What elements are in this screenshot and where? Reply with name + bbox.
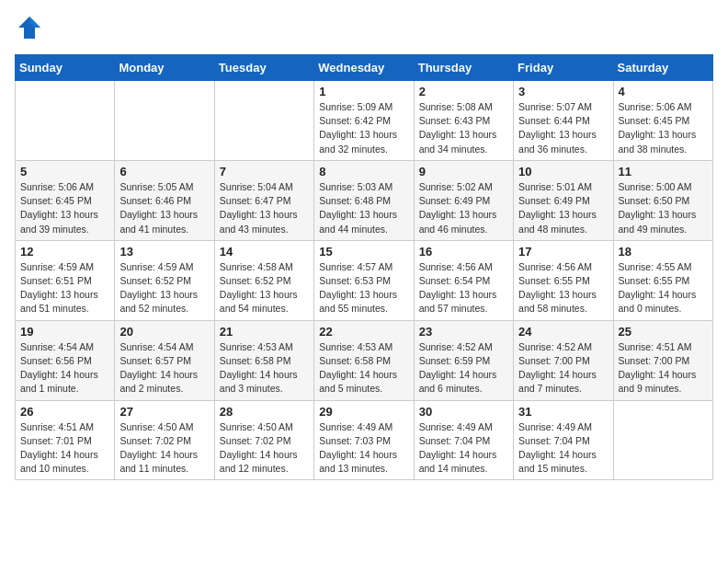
day-number: 20 — [119, 325, 209, 339]
logo — [15, 15, 42, 45]
weekday-header-monday: Monday — [115, 55, 214, 81]
calendar-day-19: 19Sunrise: 4:54 AM Sunset: 6:56 PM Dayli… — [16, 320, 115, 400]
empty-cell — [115, 81, 214, 161]
day-number: 19 — [20, 325, 109, 339]
day-info: Sunrise: 4:53 AM Sunset: 6:58 PM Dayligh… — [319, 340, 408, 396]
calendar-week-2: 5Sunrise: 5:06 AM Sunset: 6:45 PM Daylig… — [16, 160, 713, 240]
calendar-day-4: 4Sunrise: 5:06 AM Sunset: 6:45 PM Daylig… — [613, 81, 712, 161]
day-number: 15 — [319, 245, 408, 259]
day-info: Sunrise: 4:58 AM Sunset: 6:52 PM Dayligh… — [220, 260, 309, 316]
calendar-day-14: 14Sunrise: 4:58 AM Sunset: 6:52 PM Dayli… — [214, 240, 313, 320]
calendar-week-5: 26Sunrise: 4:51 AM Sunset: 7:01 PM Dayli… — [16, 400, 713, 480]
day-number: 23 — [419, 325, 508, 339]
calendar-day-11: 11Sunrise: 5:00 AM Sunset: 6:50 PM Dayli… — [613, 160, 712, 240]
day-number: 1 — [319, 85, 408, 98]
calendar-day-21: 21Sunrise: 4:53 AM Sunset: 6:58 PM Dayli… — [214, 320, 313, 400]
calendar-day-29: 29Sunrise: 4:49 AM Sunset: 7:03 PM Dayli… — [314, 400, 414, 480]
calendar-day-26: 26Sunrise: 4:51 AM Sunset: 7:01 PM Dayli… — [16, 400, 115, 480]
empty-cell — [16, 81, 115, 161]
logo-icon — [17, 15, 42, 40]
calendar-day-9: 9Sunrise: 5:02 AM Sunset: 6:49 PM Daylig… — [414, 160, 513, 240]
day-info: Sunrise: 4:49 AM Sunset: 7:04 PM Dayligh… — [518, 420, 608, 477]
day-info: Sunrise: 4:53 AM Sunset: 6:58 PM Dayligh… — [220, 340, 309, 396]
weekday-header-thursday: Thursday — [414, 55, 513, 81]
calendar-week-3: 12Sunrise: 4:59 AM Sunset: 6:51 PM Dayli… — [16, 240, 713, 320]
day-info: Sunrise: 5:08 AM Sunset: 6:43 PM Dayligh… — [419, 100, 508, 156]
calendar-day-5: 5Sunrise: 5:06 AM Sunset: 6:45 PM Daylig… — [16, 160, 115, 240]
day-info: Sunrise: 4:57 AM Sunset: 6:53 PM Dayligh… — [319, 260, 408, 316]
logo-text — [15, 15, 42, 45]
day-info: Sunrise: 4:54 AM Sunset: 6:57 PM Dayligh… — [119, 340, 209, 396]
day-info: Sunrise: 4:54 AM Sunset: 6:56 PM Dayligh… — [20, 340, 109, 396]
day-number: 5 — [20, 165, 109, 178]
day-info: Sunrise: 4:50 AM Sunset: 7:02 PM Dayligh… — [119, 420, 209, 477]
day-number: 27 — [119, 405, 209, 419]
day-info: Sunrise: 4:59 AM Sunset: 6:51 PM Dayligh… — [20, 260, 109, 316]
day-info: Sunrise: 5:01 AM Sunset: 6:49 PM Dayligh… — [518, 180, 608, 236]
weekday-header-wednesday: Wednesday — [314, 55, 414, 81]
calendar-day-2: 2Sunrise: 5:08 AM Sunset: 6:43 PM Daylig… — [414, 81, 513, 161]
day-number: 13 — [119, 245, 209, 259]
day-number: 24 — [518, 325, 608, 339]
calendar-day-18: 18Sunrise: 4:55 AM Sunset: 6:55 PM Dayli… — [613, 240, 712, 320]
weekday-header-tuesday: Tuesday — [214, 55, 313, 81]
day-number: 25 — [619, 325, 708, 339]
calendar-week-4: 19Sunrise: 4:54 AM Sunset: 6:56 PM Dayli… — [16, 320, 713, 400]
day-info: Sunrise: 4:51 AM Sunset: 7:01 PM Dayligh… — [20, 420, 109, 477]
day-info: Sunrise: 5:06 AM Sunset: 6:45 PM Dayligh… — [20, 180, 109, 236]
calendar-day-25: 25Sunrise: 4:51 AM Sunset: 7:00 PM Dayli… — [613, 320, 712, 400]
day-number: 6 — [119, 165, 209, 178]
day-number: 12 — [20, 245, 109, 259]
day-number: 31 — [518, 405, 608, 419]
day-info: Sunrise: 4:56 AM Sunset: 6:55 PM Dayligh… — [518, 260, 608, 316]
calendar-week-1: 1Sunrise: 5:09 AM Sunset: 6:42 PM Daylig… — [16, 81, 713, 161]
calendar-day-1: 1Sunrise: 5:09 AM Sunset: 6:42 PM Daylig… — [314, 81, 414, 161]
day-number: 29 — [319, 405, 408, 419]
day-number: 14 — [220, 245, 309, 259]
day-number: 2 — [419, 85, 508, 98]
day-number: 9 — [419, 165, 508, 178]
day-info: Sunrise: 4:55 AM Sunset: 6:55 PM Dayligh… — [619, 260, 708, 316]
day-info: Sunrise: 5:04 AM Sunset: 6:47 PM Dayligh… — [220, 180, 309, 236]
calendar-day-6: 6Sunrise: 5:05 AM Sunset: 6:46 PM Daylig… — [115, 160, 214, 240]
day-info: Sunrise: 4:59 AM Sunset: 6:52 PM Dayligh… — [119, 260, 209, 316]
calendar-day-28: 28Sunrise: 4:50 AM Sunset: 7:02 PM Dayli… — [214, 400, 313, 480]
day-number: 8 — [319, 165, 408, 178]
day-number: 11 — [619, 165, 708, 178]
day-info: Sunrise: 5:00 AM Sunset: 6:50 PM Dayligh… — [619, 180, 708, 236]
calendar-day-22: 22Sunrise: 4:53 AM Sunset: 6:58 PM Dayli… — [314, 320, 414, 400]
calendar-day-13: 13Sunrise: 4:59 AM Sunset: 6:52 PM Dayli… — [115, 240, 214, 320]
calendar-day-7: 7Sunrise: 5:04 AM Sunset: 6:47 PM Daylig… — [214, 160, 313, 240]
calendar-day-27: 27Sunrise: 4:50 AM Sunset: 7:02 PM Dayli… — [115, 400, 214, 480]
empty-cell — [214, 81, 313, 161]
calendar-day-3: 3Sunrise: 5:07 AM Sunset: 6:44 PM Daylig… — [514, 81, 613, 161]
day-number: 4 — [619, 85, 708, 98]
calendar-day-16: 16Sunrise: 4:56 AM Sunset: 6:54 PM Dayli… — [414, 240, 513, 320]
day-info: Sunrise: 5:07 AM Sunset: 6:44 PM Dayligh… — [518, 100, 608, 156]
day-info: Sunrise: 4:52 AM Sunset: 7:00 PM Dayligh… — [518, 340, 608, 396]
day-number: 3 — [518, 85, 608, 98]
calendar-day-15: 15Sunrise: 4:57 AM Sunset: 6:53 PM Dayli… — [314, 240, 414, 320]
day-info: Sunrise: 5:06 AM Sunset: 6:45 PM Dayligh… — [619, 100, 708, 156]
day-info: Sunrise: 4:50 AM Sunset: 7:02 PM Dayligh… — [220, 420, 309, 477]
day-info: Sunrise: 4:49 AM Sunset: 7:04 PM Dayligh… — [419, 420, 508, 477]
page-header — [15, 15, 713, 45]
day-info: Sunrise: 4:49 AM Sunset: 7:03 PM Dayligh… — [319, 420, 408, 477]
calendar-day-17: 17Sunrise: 4:56 AM Sunset: 6:55 PM Dayli… — [514, 240, 613, 320]
day-info: Sunrise: 4:51 AM Sunset: 7:00 PM Dayligh… — [619, 340, 708, 396]
day-number: 7 — [220, 165, 309, 178]
day-info: Sunrise: 5:05 AM Sunset: 6:46 PM Dayligh… — [119, 180, 209, 236]
calendar-day-10: 10Sunrise: 5:01 AM Sunset: 6:49 PM Dayli… — [514, 160, 613, 240]
day-number: 26 — [20, 405, 109, 419]
day-info: Sunrise: 5:09 AM Sunset: 6:42 PM Dayligh… — [319, 100, 408, 156]
weekday-header-friday: Friday — [514, 55, 613, 81]
calendar-day-20: 20Sunrise: 4:54 AM Sunset: 6:57 PM Dayli… — [115, 320, 214, 400]
day-number: 18 — [619, 245, 708, 259]
weekday-header-row: SundayMondayTuesdayWednesdayThursdayFrid… — [16, 55, 713, 81]
calendar-day-8: 8Sunrise: 5:03 AM Sunset: 6:48 PM Daylig… — [314, 160, 414, 240]
calendar-day-31: 31Sunrise: 4:49 AM Sunset: 7:04 PM Dayli… — [514, 400, 613, 480]
day-number: 10 — [518, 165, 608, 178]
day-number: 21 — [220, 325, 309, 339]
day-info: Sunrise: 4:52 AM Sunset: 6:59 PM Dayligh… — [419, 340, 508, 396]
calendar-day-30: 30Sunrise: 4:49 AM Sunset: 7:04 PM Dayli… — [414, 400, 513, 480]
